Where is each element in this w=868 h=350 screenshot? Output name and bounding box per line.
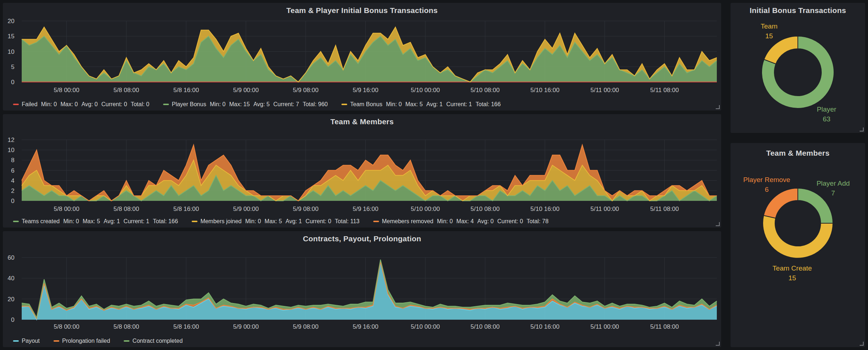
legend-stat: Current: 0 (497, 218, 523, 225)
x-axis-tick: 5/10 00:00 (411, 323, 440, 330)
donut-slice-label: Team15 (761, 22, 777, 40)
legend-stat: Min: 0 (437, 218, 453, 225)
panel-team-members: Team & Members 0246810125/8 00:005/8 08:… (3, 114, 721, 228)
legend-item[interactable]: Members joinedMin: 0Max: 5Avg: 1Current:… (192, 218, 359, 225)
donut-slice[interactable] (798, 188, 833, 223)
legend-item[interactable]: Player BonusMin: 0Max: 15Avg: 5Current: … (163, 101, 328, 108)
donut-chart-svg: Player Add7Team Create15Player Remove6 (731, 143, 865, 347)
donut-slice[interactable] (764, 36, 798, 64)
area-chart-svg: 051015205/8 00:005/8 08:005/8 16:005/9 0… (3, 3, 721, 111)
legend-item[interactable]: Payout (13, 338, 40, 344)
x-axis-tick: 5/8 08:00 (114, 206, 139, 212)
x-axis-tick: 5/8 00:00 (54, 323, 80, 330)
legend-series-name[interactable]: Teams created (22, 218, 60, 225)
panel-resize-handle[interactable] (860, 342, 864, 346)
x-axis-tick: 5/9 00:00 (233, 87, 259, 94)
team-members-area-chart[interactable]: 0246810125/8 00:005/8 08:005/8 16:005/9 … (3, 114, 721, 228)
panel-resize-handle[interactable] (716, 222, 720, 226)
x-axis-tick: 5/8 08:00 (114, 87, 139, 94)
x-axis-tick: 5/10 08:00 (471, 87, 499, 94)
x-axis-tick: 5/11 08:00 (650, 206, 679, 212)
y-axis-tick: 6 (11, 167, 14, 174)
legend-series-name[interactable]: Payout (22, 338, 40, 344)
legend-item[interactable]: Prolongation failed (54, 338, 110, 344)
x-axis-tick: 5/8 16:00 (173, 323, 199, 330)
y-axis-tick: 40 (8, 275, 14, 282)
legend-item[interactable]: FailedMin: 0Max: 0Avg: 0Current: 0Total:… (13, 101, 149, 108)
legend-stat: Avg: 0 (81, 101, 98, 108)
team-members-donut-chart[interactable]: Player Add7Team Create15Player Remove6 (731, 143, 865, 347)
y-axis-tick: 15 (8, 33, 14, 40)
panel-team-members-pie: Team & Members Player Add7Team Create15P… (731, 143, 865, 347)
legend-stat: Total: 0 (131, 101, 149, 108)
legend-stat: Min: 0 (386, 101, 402, 108)
y-axis-tick: 2 (11, 187, 14, 194)
y-axis-tick: 20 (8, 296, 14, 303)
legend-series-name[interactable]: Team Bonus (350, 101, 382, 108)
x-axis-tick: 5/10 16:00 (531, 206, 559, 212)
legend-stat: Total: 166 (476, 101, 501, 108)
y-axis-tick: 4 (11, 177, 14, 184)
legend-stat: Max: 15 (229, 101, 250, 108)
legend-series-name[interactable]: Failed (22, 101, 38, 108)
legend-stat: Total: 166 (153, 218, 178, 225)
y-axis-tick: 10 (8, 48, 14, 55)
donut-slice[interactable] (763, 188, 798, 218)
legend-series-name[interactable]: Contract completed (132, 338, 183, 344)
legend-series-name[interactable]: Members joined (200, 218, 242, 225)
x-axis-tick: 5/11 00:00 (590, 323, 619, 330)
panel-title-team-members-pie[interactable]: Team & Members (731, 149, 865, 157)
area-chart-svg: 02040605/8 00:005/8 08:005/8 16:005/9 00… (3, 231, 721, 347)
legend-stat: Current: 7 (273, 101, 299, 108)
legend-series-name[interactable]: Player Bonus (172, 101, 206, 108)
legend-item[interactable]: Teams createdMin: 0Max: 5Avg: 1Current: … (13, 218, 178, 225)
x-axis-tick: 5/8 00:00 (54, 87, 80, 94)
panel-resize-handle[interactable] (716, 105, 720, 109)
x-axis-tick: 5/10 16:00 (531, 87, 559, 94)
grafana-dashboard: Team & Player Initial Bonus Transactions… (0, 0, 868, 350)
x-axis-tick: 5/9 08:00 (293, 206, 319, 212)
legend-color-chip (124, 340, 129, 342)
x-axis-tick: 5/10 16:00 (531, 323, 559, 330)
legend-series-name[interactable]: Prolongation failed (62, 338, 110, 344)
x-axis-tick: 5/9 00:00 (233, 323, 259, 330)
legend-color-chip (192, 221, 197, 222)
x-axis-tick: 5/11 00:00 (590, 87, 619, 94)
legend-item[interactable]: Contract completed (124, 338, 183, 344)
x-axis-tick: 5/9 00:00 (233, 206, 259, 212)
x-axis-tick: 5/11 08:00 (650, 323, 679, 330)
bonus-area-chart[interactable]: 051015205/8 00:005/8 08:005/8 16:005/9 0… (3, 3, 721, 111)
y-axis-tick: 8 (11, 157, 14, 164)
legend-item[interactable]: Memebers removedMin: 0Max: 4Avg: 0Curren… (373, 218, 549, 225)
legend-stat: Total: 113 (335, 218, 359, 225)
panel-contracts: Contracts, Payout, Prolongation 02040605… (3, 231, 721, 347)
x-axis-tick: 5/10 00:00 (411, 87, 440, 94)
legend-stat: Total: 960 (303, 101, 328, 108)
legend-item[interactable]: Team BonusMin: 0Max: 5Avg: 1Current: 1To… (341, 101, 501, 108)
legend-stat: Current: 1 (124, 218, 149, 225)
donut-chart-svg: Player63Team15 (731, 3, 865, 133)
legend-stat: Max: 5 (83, 218, 100, 225)
legend-stat: Max: 0 (60, 101, 78, 108)
contracts-area-chart[interactable]: 02040605/8 00:005/8 08:005/8 16:005/9 00… (3, 231, 721, 347)
panel-title-bonus[interactable]: Team & Player Initial Bonus Transactions (3, 6, 721, 15)
panel-resize-handle[interactable] (716, 342, 720, 346)
legend-stat: Min: 0 (245, 218, 261, 225)
x-axis-tick: 5/8 16:00 (173, 206, 199, 212)
legend-stat: Max: 5 (405, 101, 423, 108)
panel-resize-handle[interactable] (860, 128, 864, 131)
legend-stat: Current: 0 (306, 218, 331, 225)
legend-stat: Current: 1 (446, 101, 472, 108)
y-axis-tick: 10 (8, 147, 14, 154)
x-axis-tick: 5/10 08:00 (471, 206, 499, 212)
legend-series-name[interactable]: Memebers removed (382, 218, 433, 225)
panel-title-bonus-pie[interactable]: Initial Bonus Transactions (731, 6, 865, 15)
team-members-legend: Teams createdMin: 0Max: 5Avg: 1Current: … (13, 218, 549, 225)
donut-slice-label: Team Create15 (773, 264, 812, 282)
bonus-donut-chart[interactable]: Player63Team15 (731, 3, 865, 133)
panel-title-team-members[interactable]: Team & Members (3, 117, 721, 126)
panel-title-contracts[interactable]: Contracts, Payout, Prolongation (3, 234, 721, 243)
legend-color-chip (373, 221, 379, 222)
y-axis-tick: 0 (11, 198, 14, 204)
x-axis-tick: 5/9 08:00 (293, 323, 319, 330)
